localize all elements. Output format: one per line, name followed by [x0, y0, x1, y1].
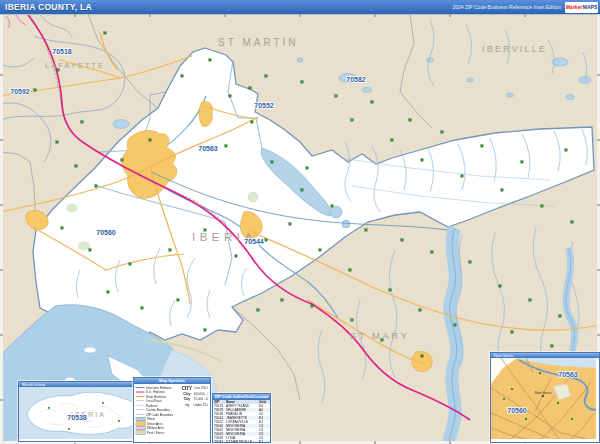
zip-label-70560: 70560	[96, 229, 116, 236]
zip-label-70552: 70552	[254, 102, 274, 109]
legend-area-entry: Park / Forest	[136, 430, 181, 435]
zip-index-box: ZIP Code Index/Grid Locator ZIPNameGrid7…	[212, 393, 271, 443]
legend-city-size: cityUnder 25,000	[181, 402, 209, 408]
map-page: IBERIA COUNTY, LA 2024 ZIP Code Business…	[0, 0, 600, 444]
zip-label-70592: 70592	[10, 88, 30, 95]
logo-maps-text: MAPS	[583, 4, 597, 10]
page-title: IBERIA COUNTY, LA	[0, 2, 92, 12]
zip-index-row: 70582ST MARTINVILLEE1	[213, 440, 270, 443]
zip-label-70544: 70544	[244, 238, 264, 245]
logo-market-text: Market	[566, 4, 582, 10]
county-label-st-mary: ST MARY	[350, 330, 409, 341]
marsh-island-inset: Marsh Island IBERIA 70538	[18, 381, 150, 442]
legend-box: Map Symbols Interstate HighwayU.S. Highw…	[133, 377, 211, 443]
city-name-label: New Iberia	[535, 391, 552, 395]
county-label-iberville: IBERVILLE	[482, 44, 547, 54]
zip-label-70538: 70538	[67, 414, 87, 421]
publisher-logo: Market MAPS	[565, 2, 598, 13]
inset-zip-label-70563: 70563	[558, 371, 578, 378]
zip-label-70563: 70563	[198, 145, 218, 152]
city-inset: New Iberia New Iberia 70563 70560	[490, 352, 600, 443]
county-label-lafayette: LAFAYETTE	[45, 61, 105, 70]
zip-label-70582: 70582	[346, 76, 366, 83]
title-bar: IBERIA COUNTY, LA 2024 ZIP Code Business…	[0, 0, 600, 14]
marsh-island-map: IBERIA 70538	[19, 387, 146, 439]
edition-label: 2024 ZIP Code Business Reference Inset E…	[452, 4, 561, 10]
city-inset-map: New Iberia 70563 70560	[491, 358, 596, 439]
zip-label-70518: 70518	[52, 48, 72, 55]
county-label-st-martin: ST MARTIN	[218, 37, 299, 48]
inset-zip-label-70560: 70560	[507, 407, 527, 414]
